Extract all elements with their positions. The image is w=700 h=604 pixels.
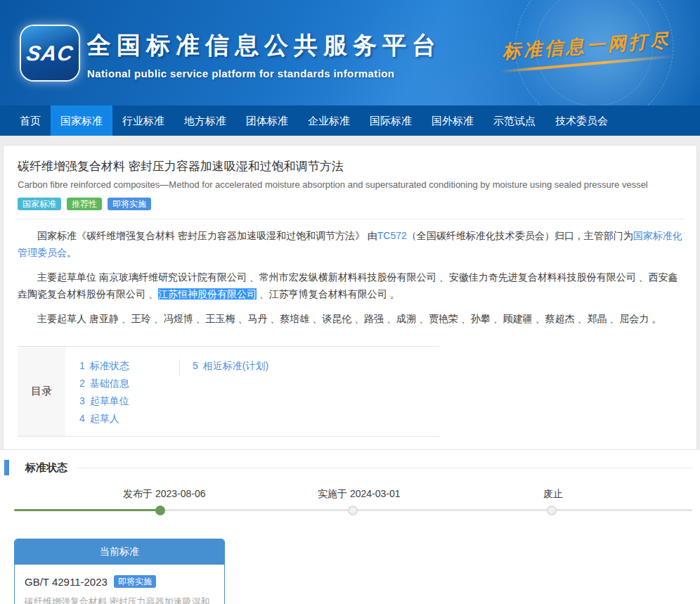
status-timeline: 发布于 2023-08-06 实施于 2024-03-01 废止 [0,487,700,529]
nav-item-international-standards[interactable]: 国际标准 [360,105,422,136]
toc-column-1: 1标准状态 2基础信息 3起草单位 4起草人 [79,357,179,428]
status-section-header: 标准状态 [0,460,700,475]
timeline-dot-published [155,506,165,515]
timeline-label-abolished: 废止 [543,488,563,501]
paragraph-standard-info: 国家标准《碳纤维增强复合材料 密封压力容器加速吸湿和过饱和调节方法》 由TC57… [18,227,682,261]
standard-title-zh: 碳纤维增强复合材料 密封压力容器加速吸湿和过饱和调节方法 [18,158,685,174]
toc-item-num: 4 [79,413,85,424]
timeline-dot-abolished [547,506,557,515]
highlighted-company: 江苏恒神股份有限公司 [158,288,257,300]
toc-item-num: 2 [79,378,85,389]
sac-logo-text: SAC [25,41,74,65]
current-standard-card[interactable]: 当前标准 GB/T 42911-2023 即将实施 碳纤维增强复合材料 密封压力… [14,539,225,604]
toc-item-num: 5 [193,360,198,371]
section-header-line [77,468,693,468]
paragraph-drafters: 主要起草人 唐亚静 、王玲 、冯煜博 、王玉梅 、马丹 、蔡培雄 、谈昆伦 、路… [18,310,682,327]
toc-item-label: 起草单位 [90,395,129,406]
toc-box: 目录 1标准状态 2基础信息 3起草单位 4起草人 5相近标准(计划) [18,346,439,437]
tc572-link[interactable]: TC572 [377,230,407,241]
standard-tags: 国家标准 推荐性 即将实施 [18,198,685,210]
nav-item-pilot[interactable]: 示范试点 [484,105,545,136]
timeline-progress [14,509,160,511]
p1-text-mid: （全国碳纤维标准化技术委员会）归口，主管部门为 [407,230,633,241]
standard-detail-panel: 碳纤维增强复合材料 密封压力容器加速吸湿和过饱和调节方法 Carbon fibr… [3,145,697,450]
sac-logo: SAC [21,26,79,80]
nav-item-group-standards[interactable]: 团体标准 [236,105,298,136]
nav-item-technical-committee[interactable]: 技术委员会 [545,105,618,136]
site-subtitle: National public service platform for sta… [87,68,441,79]
card-header: 当前标准 [15,539,224,565]
nav-item-enterprise-standards[interactable]: 企业标准 [298,105,360,136]
toc-item-label: 基础信息 [90,378,129,389]
tag-recommended: 推荐性 [67,198,102,210]
timeline-label-implemented: 实施于 2024-03-01 [318,488,401,501]
main-nav: 首页 国家标准 行业标准 地方标准 团体标准 企业标准 国际标准 国外标准 示范… [0,105,700,136]
card-body: GB/T 42911-2023 即将实施 碳纤维增强复合材料 密封压力容器加速吸… [15,565,224,604]
toc-item-drafters[interactable]: 4起草人 [79,410,179,428]
site-title: 全国标准信息公共服务平台 [87,30,441,62]
standard-code: GB/T 42911-2023 [25,576,108,588]
toc-item-label: 相近标准(计划) [203,360,268,371]
status-section-title: 标准状态 [25,461,67,475]
paragraph-drafting-units: 主要起草单位 南京玻璃纤维研究设计院有限公司 、常州市宏发纵横新材料科技股份有限… [18,269,682,302]
p1-text: 国家标准《碳纤维增强复合材料 密封压力容器加速吸湿和过饱和调节方法》 由 [37,230,377,241]
standard-title-en: Carbon fibre reinforced composites—Metho… [18,179,685,190]
toc-item-status[interactable]: 1标准状态 [79,357,179,375]
timeline-dot-implemented [348,506,358,515]
status-section: 标准状态 发布于 2023-08-06 实施于 2024-03-01 废止 当前… [0,460,700,604]
toc-item-similar-standards[interactable]: 5相近标准(计划) [193,357,268,375]
nav-item-local-standards[interactable]: 地方标准 [174,105,236,136]
section-accent-bar [4,460,9,475]
p2-text-end: 、江苏亨博复合材料有限公司 。 [257,288,400,300]
toc-item-label: 起草人 [90,413,119,424]
p1-text-end: 。 [67,247,77,258]
card-description: 碳纤维增强复合材料 密封压力容器加速吸湿和过饱和调节方法 [25,595,214,604]
nav-item-home[interactable]: 首页 [10,105,51,136]
toc-item-basic-info[interactable]: 2基础信息 [79,375,179,392]
toc-item-drafting-units[interactable]: 3起草单位 [79,392,179,410]
nav-item-industry-standards[interactable]: 行业标准 [112,105,174,136]
nav-item-national-standards[interactable]: 国家标准 [51,105,112,136]
tag-upcoming-implementation: 即将实施 [108,198,151,210]
toc-item-num: 3 [79,395,85,406]
toc-column-2: 5相近标准(计划) [180,357,268,428]
card-badge-upcoming: 即将实施 [114,575,156,588]
tag-national-standard: 国家标准 [18,198,61,210]
nav-item-foreign-standards[interactable]: 国外标准 [422,105,484,136]
timeline-label-published: 发布于 2023-08-06 [123,488,206,501]
toc-item-label: 标准状态 [90,360,129,371]
divider [15,219,685,219]
toc-item-num: 1 [79,360,85,371]
site-header: SAC 全国标准信息公共服务平台 National public service… [0,0,700,105]
toc-label: 目录 [18,347,65,436]
main-wrap: 碳纤维增强复合材料 密封压力容器加速吸湿和过饱和调节方法 Carbon fibr… [0,136,700,450]
